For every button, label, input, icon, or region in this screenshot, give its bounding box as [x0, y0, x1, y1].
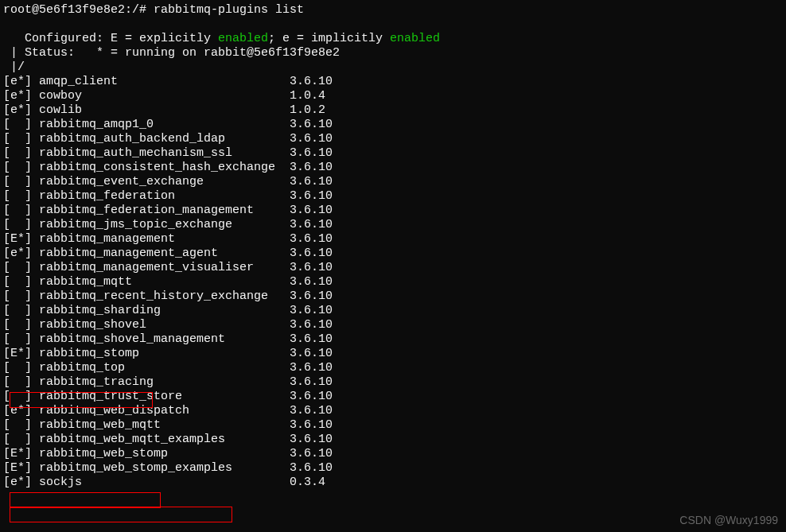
plugin-version: 3.6.10: [290, 132, 333, 146]
watermark: CSDN @Wuxy1999: [679, 514, 778, 527]
plugin-name: rabbitmq_management_agent: [39, 247, 290, 261]
plugin-version: 1.0.4: [290, 89, 325, 103]
plugin-name: cowlib: [39, 103, 290, 118]
plugin-name: rabbitmq_top: [39, 361, 290, 375]
plugin-status: [ ]: [3, 218, 39, 232]
plugin-status: [ ]: [3, 304, 39, 318]
plugin-version: 3.6.10: [290, 332, 333, 347]
plugin-row: [ ] rabbitmq_federation_management 3.6.1…: [3, 204, 783, 218]
plugin-version: 3.6.10: [290, 289, 333, 304]
plugin-name: rabbitmq_web_mqtt_examples: [39, 433, 290, 447]
plugin-row: [E*] rabbitmq_stomp 3.6.10: [3, 347, 783, 361]
plugin-name: rabbitmq_consistent_hash_exchange: [39, 161, 290, 175]
plugin-row: [ ] rabbitmq_management_visualiser 3.6.1…: [3, 261, 783, 275]
plugin-name: rabbitmq_trust_store: [39, 390, 290, 404]
plugin-version: 3.6.10: [290, 146, 333, 161]
config-mid: ; e = implicitly: [268, 32, 390, 45]
plugin-row: [ ] rabbitmq_top 3.6.10: [3, 361, 783, 375]
plugin-status: [e*]: [3, 103, 39, 118]
plugin-status: [ ]: [3, 332, 39, 347]
plugin-row: [E*] rabbitmq_web_stomp 3.6.10: [3, 447, 783, 461]
plugin-name: rabbitmq_management: [39, 232, 290, 247]
plugin-version: 3.6.10: [290, 247, 333, 261]
plugin-name: rabbitmq_web_stomp_examples: [39, 461, 290, 476]
plugin-version: 3.6.10: [290, 261, 333, 275]
plugin-status: [ ]: [3, 375, 39, 390]
plugin-status: [E*]: [3, 461, 39, 476]
status-line: | Status: * = running on rabbit@5e6f13f9…: [3, 46, 783, 60]
plugin-name: sockjs: [39, 476, 290, 490]
plugin-version: 3.6.10: [290, 318, 333, 332]
plugin-name: rabbitmq_auth_mechanism_ssl: [39, 146, 290, 161]
plugin-version: 3.6.10: [290, 304, 333, 318]
plugin-version: 3.6.10: [290, 118, 333, 132]
plugin-row: [e*] amqp_client 3.6.10: [3, 75, 783, 89]
plugin-name: rabbitmq_amqp1_0: [39, 118, 290, 132]
plugin-row: [e*] cowboy 1.0.4: [3, 89, 783, 103]
plugin-version: 3.6.10: [290, 418, 333, 433]
plugin-row: [ ] rabbitmq_shovel_management 3.6.10: [3, 332, 783, 347]
plugin-status: [E*]: [3, 347, 39, 361]
plugin-status: [ ]: [3, 289, 39, 304]
plugin-row: [E*] rabbitmq_web_stomp_examples 3.6.10: [3, 461, 783, 476]
plugin-status: [ ]: [3, 275, 39, 289]
plugin-status: [e*]: [3, 404, 39, 418]
plugin-status: [ ]: [3, 390, 39, 404]
plugin-row: [ ] rabbitmq_trust_store 3.6.10: [3, 390, 783, 404]
plugin-status: [E*]: [3, 447, 39, 461]
highlight-box: [10, 507, 232, 522]
plugin-row: [ ] rabbitmq_amqp1_0 3.6.10: [3, 118, 783, 132]
command-prompt: root@5e6f13f9e8e2:/# rabbitmq-plugins li…: [3, 3, 783, 17]
plugin-status: [ ]: [3, 361, 39, 375]
plugin-status: [e*]: [3, 476, 39, 490]
divider-line: |/: [3, 60, 783, 75]
plugin-row: [e*] rabbitmq_web_dispatch 3.6.10: [3, 404, 783, 418]
plugin-name: amqp_client: [39, 75, 290, 89]
plugin-status: [ ]: [3, 261, 39, 275]
plugin-name: rabbitmq_recent_history_exchange: [39, 289, 290, 304]
plugin-status: [ ]: [3, 118, 39, 132]
plugin-name: rabbitmq_tracing: [39, 375, 290, 390]
plugin-name: rabbitmq_auth_backend_ldap: [39, 132, 290, 146]
plugin-name: rabbitmq_sharding: [39, 304, 290, 318]
plugin-row: [ ] rabbitmq_auth_backend_ldap 3.6.10: [3, 132, 783, 146]
plugin-status: [ ]: [3, 318, 39, 332]
plugin-status: [ ]: [3, 161, 39, 175]
plugin-name: rabbitmq_shovel: [39, 318, 290, 332]
plugin-version: 3.6.10: [290, 375, 333, 390]
plugin-name: rabbitmq_jms_topic_exchange: [39, 218, 290, 232]
config-line: Configured: E = explicitly enabled; e = …: [3, 17, 783, 46]
plugin-version: 3.6.10: [290, 175, 333, 189]
plugin-row: [ ] rabbitmq_jms_topic_exchange 3.6.10: [3, 218, 783, 232]
plugin-version: 3.6.10: [290, 275, 333, 289]
plugin-name: rabbitmq_stomp: [39, 347, 290, 361]
plugin-version: 3.6.10: [290, 447, 333, 461]
plugin-version: 3.6.10: [290, 218, 333, 232]
plugin-row: [ ] rabbitmq_auth_mechanism_ssl 3.6.10: [3, 146, 783, 161]
plugin-name: rabbitmq_federation_management: [39, 204, 290, 218]
plugin-name: rabbitmq_web_stomp: [39, 447, 290, 461]
plugin-list: [e*] amqp_client 3.6.10[e*] cowboy 1.0.4…: [3, 75, 783, 490]
plugin-status: [e*]: [3, 75, 39, 89]
plugin-version: 3.6.10: [290, 433, 333, 447]
plugin-name: rabbitmq_web_mqtt: [39, 418, 290, 433]
plugin-version: 3.6.10: [290, 390, 333, 404]
plugin-row: [ ] rabbitmq_mqtt 3.6.10: [3, 275, 783, 289]
plugin-version: 3.6.10: [290, 75, 333, 89]
plugin-row: [ ] rabbitmq_recent_history_exchange 3.6…: [3, 289, 783, 304]
plugin-status: [ ]: [3, 175, 39, 189]
plugin-name: rabbitmq_event_exchange: [39, 175, 290, 189]
plugin-row: [ ] rabbitmq_sharding 3.6.10: [3, 304, 783, 318]
plugin-row: [ ] rabbitmq_federation 3.6.10: [3, 189, 783, 204]
plugin-status: [ ]: [3, 189, 39, 204]
plugin-name: rabbitmq_mqtt: [39, 275, 290, 289]
plugin-name: rabbitmq_shovel_management: [39, 332, 290, 347]
plugin-version: 3.6.10: [290, 461, 333, 476]
plugin-status: [ ]: [3, 132, 39, 146]
config-prefix: Configured: E = explicitly: [18, 32, 218, 45]
plugin-version: 3.6.10: [290, 204, 333, 218]
plugin-version: 3.6.10: [290, 404, 333, 418]
enabled-word: enabled: [218, 32, 268, 45]
plugin-row: [E*] rabbitmq_management 3.6.10: [3, 232, 783, 247]
plugin-status: [ ]: [3, 146, 39, 161]
